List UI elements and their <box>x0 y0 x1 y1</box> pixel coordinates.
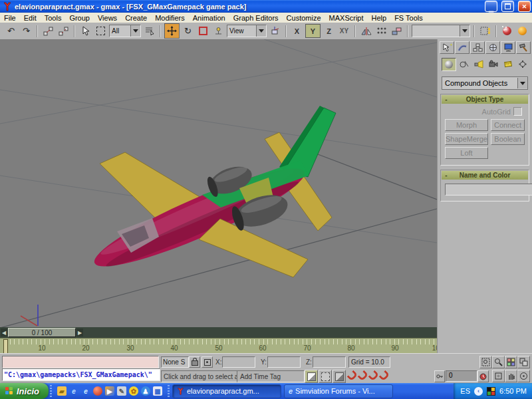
object-type-rollout-header[interactable]: - Object Type <box>442 95 528 104</box>
messenger-icon[interactable]: ✿ <box>129 386 138 396</box>
menu-animation[interactable]: Animation <box>189 14 229 22</box>
arc-rotate-button[interactable] <box>517 370 530 382</box>
current-frame-input[interactable] <box>448 371 479 380</box>
tab-display[interactable] <box>501 41 515 54</box>
close-button[interactable]: ✕ <box>518 1 531 12</box>
menu-help[interactable]: Help <box>368 14 391 22</box>
zoom-extents-button[interactable] <box>492 370 505 382</box>
region-zoom-button[interactable] <box>479 356 492 368</box>
menu-fs-tools[interactable]: FS Tools <box>390 14 427 22</box>
perspective-viewport[interactable] <box>0 39 437 327</box>
mirror-button[interactable] <box>359 24 373 38</box>
x-coordinate-field[interactable] <box>222 356 255 368</box>
menu-views[interactable]: Views <box>94 14 121 22</box>
media-app-icon[interactable] <box>93 386 102 396</box>
object-name-input[interactable] <box>445 184 532 196</box>
menu-customize[interactable]: Customize <box>283 14 325 22</box>
snap-3d-button[interactable] <box>332 370 346 383</box>
select-and-move-button[interactable] <box>164 23 180 39</box>
add-time-tag[interactable]: Add Time Tag <box>237 370 305 382</box>
track-view-button[interactable] <box>478 24 492 38</box>
category-geometry-button[interactable] <box>442 58 456 71</box>
minimize-button[interactable]: ▁ <box>485 1 497 12</box>
internet-explorer-channels-icon[interactable]: e <box>81 386 90 396</box>
angle-snap-button[interactable] <box>358 370 368 382</box>
undo-button[interactable]: ↶ <box>4 24 18 38</box>
z-coordinate-field[interactable] <box>313 356 346 368</box>
start-button[interactable]: Inicio <box>0 383 49 399</box>
current-frame-marker[interactable] <box>3 339 8 354</box>
y-coordinate-field[interactable] <box>267 356 301 368</box>
tab-modify[interactable] <box>455 41 469 54</box>
menu-file[interactable]: File <box>0 14 20 22</box>
maxscript-listener-field[interactable]: "C:\gmax\gamepacks\FSX_GMaxGamepack\" <box>2 368 160 381</box>
snap-magnet-button[interactable] <box>348 370 357 382</box>
category-lights-button[interactable] <box>472 58 485 70</box>
restrict-to-x-button[interactable]: X <box>290 25 304 37</box>
track-bar[interactable]: 10 20 30 40 50 60 70 80 90 100 <box>0 338 437 354</box>
select-and-scale-button[interactable] <box>196 24 210 38</box>
x-coordinate-input[interactable] <box>224 357 257 366</box>
spinner-snap-button[interactable] <box>380 370 389 382</box>
select-and-rotate-button[interactable]: ↻ <box>181 24 195 38</box>
object-category-dropdown[interactable]: Compound Objects <box>442 76 528 90</box>
name-color-rollout-header[interactable]: - Name and Color <box>442 171 528 180</box>
named-selection-sets-dropdown[interactable] <box>412 25 470 37</box>
category-systems-button[interactable] <box>516 58 529 70</box>
current-frame-field[interactable] <box>446 370 477 382</box>
folder-icon[interactable]: ▰ <box>57 386 66 396</box>
category-cameras-button[interactable] <box>487 58 500 70</box>
y-coordinate-input[interactable] <box>269 357 303 366</box>
material-editor-button[interactable] <box>500 24 514 38</box>
use-pivot-center-button[interactable] <box>268 24 282 38</box>
tab-hierarchy[interactable] <box>470 41 485 54</box>
select-and-manipulate-button[interactable] <box>211 24 225 38</box>
selection-lock-button[interactable] <box>189 356 200 368</box>
unlink-selection-button[interactable] <box>57 24 70 38</box>
airplane-model[interactable] <box>87 106 336 281</box>
display-settings-tray-icon[interactable] <box>487 387 495 396</box>
menu-tools[interactable]: Tools <box>41 14 66 22</box>
tab-utilities[interactable] <box>516 41 531 54</box>
restore-button[interactable] <box>501 1 514 12</box>
taskbar-grip[interactable] <box>168 385 170 397</box>
taskbar-item-browser[interactable]: e Simviation Forums - Vi... <box>284 384 393 398</box>
z-coordinate-input[interactable] <box>315 357 348 366</box>
media-player-icon[interactable]: ▶ <box>105 386 114 396</box>
reference-coordinate-dropdown[interactable]: View <box>227 25 267 37</box>
time-configuration-button[interactable] <box>477 370 489 382</box>
menu-graph-editors[interactable]: Graph Editors <box>229 14 283 22</box>
previous-frame-arrow[interactable]: ◀ <box>1 329 7 336</box>
restrict-to-y-button[interactable]: Y <box>305 24 321 38</box>
snap-toggle-button[interactable] <box>305 370 318 383</box>
language-indicator[interactable]: ES <box>460 387 470 395</box>
zoom-extents-all-button[interactable] <box>517 356 530 368</box>
tab-create[interactable] <box>440 41 454 54</box>
menu-modifiers[interactable]: Modifiers <box>151 14 189 22</box>
menu-group[interactable]: Group <box>65 14 94 22</box>
category-shapes-button[interactable] <box>458 58 471 70</box>
pen-tool-icon[interactable]: ✎ <box>117 386 126 396</box>
tab-motion[interactable] <box>485 41 500 54</box>
time-slider-button[interactable]: 0 / 100 <box>8 328 76 337</box>
selection-filter-dropdown[interactable]: All <box>109 25 141 37</box>
internet-explorer-icon[interactable]: e <box>69 386 78 396</box>
show-desktop-icon[interactable]: ▦ <box>153 386 162 396</box>
zoom-button[interactable] <box>492 356 505 368</box>
menu-maxscript[interactable]: MAXScript <box>325 14 368 22</box>
taskbar-item-gmax[interactable]: elavionparapract.gm... <box>172 384 281 398</box>
menu-create[interactable]: Create <box>121 14 151 22</box>
category-helpers-button[interactable] <box>501 58 515 70</box>
select-by-name-button[interactable] <box>142 24 156 38</box>
array-button[interactable] <box>374 24 388 38</box>
next-frame-arrow[interactable]: ▶ <box>76 329 83 336</box>
hide-icons-chevron[interactable]: ‹ <box>474 387 483 396</box>
time-slider-track[interactable]: ◀ 0 / 100 ▶ <box>0 327 437 338</box>
select-and-link-button[interactable] <box>41 24 55 38</box>
snap-mode-button[interactable] <box>319 370 332 383</box>
absolute-offset-toggle[interactable] <box>201 356 213 368</box>
user-app-icon[interactable]: ♟ <box>141 386 150 396</box>
clock[interactable]: 6:50 PM <box>499 387 527 395</box>
quick-launch-grip[interactable] <box>50 385 52 397</box>
align-button[interactable] <box>390 24 404 38</box>
